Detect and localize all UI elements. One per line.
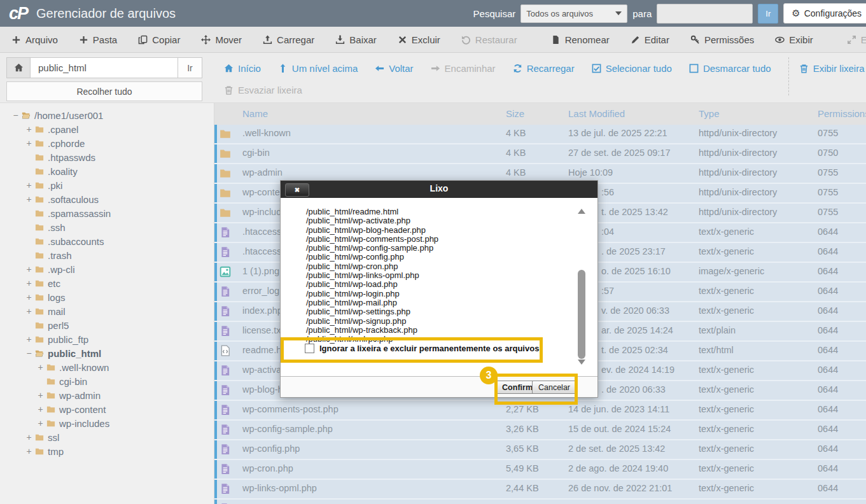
nav-link-recarregar[interactable]: Recarregar: [513, 63, 575, 74]
nav-link-desmarcar-tudo[interactable]: Desmarcar tudo: [689, 63, 771, 74]
expand-icon[interactable]: +: [36, 390, 45, 400]
tree-item-public-ftp[interactable]: +public_ftp: [0, 332, 214, 346]
expand-icon[interactable]: +: [36, 404, 45, 414]
tree-item-softaculous[interactable]: +.softaculous: [0, 192, 214, 206]
close-icon[interactable]: ✖: [285, 183, 309, 197]
tree-item-koality[interactable]: .koality: [0, 164, 214, 178]
folder-icon: [34, 223, 45, 232]
expand-icon[interactable]: +: [25, 446, 33, 456]
toolbar-item-exibir[interactable]: Exibir: [775, 34, 813, 45]
tree-item-mail[interactable]: +mail: [0, 304, 214, 318]
nav-link-voltar[interactable]: Voltar: [375, 63, 413, 74]
tree-item-ssl[interactable]: +ssl: [0, 430, 214, 444]
tree-item-logs[interactable]: +logs: [0, 290, 214, 304]
expand-icon[interactable]: +: [36, 362, 45, 372]
tree-item-spamassassin[interactable]: .spamassassin: [0, 206, 214, 220]
column-name[interactable]: Name: [242, 108, 268, 119]
nav-link-inicio[interactable]: Início: [224, 63, 261, 74]
tree-item-home1user001[interactable]: −/home1/user001: [0, 108, 214, 122]
cell-permissions: 0644: [818, 463, 838, 473]
nav-link-um-nivel-acima[interactable]: Um nível acima: [278, 63, 358, 74]
tree-item-wp-content[interactable]: +wp-content: [0, 402, 214, 416]
toolbar-item-baixar[interactable]: Baixar: [335, 34, 377, 45]
nav-link-exibir-lixeira[interactable]: Exibir lixeira: [799, 63, 865, 74]
table-row-well-known[interactable]: .well-known4 KB13 de jul. de 2025 22:21h…: [214, 125, 866, 144]
toolbar-item-arquivo[interactable]: Arquivo: [11, 34, 58, 45]
expand-icon[interactable]: +: [25, 264, 33, 274]
toolbar-item-permissoes[interactable]: Permissões: [690, 34, 754, 45]
tree-item-htpasswds[interactable]: .htpasswds: [0, 150, 214, 164]
table-row-cgi-bin[interactable]: cgi-bin4 KB27 de set. de 2025 09:17httpd…: [214, 144, 866, 164]
directory-tree: −/home1/user001+.cpanel+.cphorde.htpassw…: [0, 108, 214, 458]
toolbar-item-pasta[interactable]: Pasta: [79, 34, 117, 45]
file-text-icon: [220, 444, 231, 455]
cancel-button[interactable]: Cancelar: [532, 381, 576, 394]
search-input[interactable]: [657, 4, 753, 24]
row-selected-bar: [214, 144, 217, 163]
tree-item-etc[interactable]: +etc: [0, 276, 214, 290]
cell-last-modified: . de 2025 23:17: [601, 246, 666, 256]
path-input[interactable]: [31, 57, 178, 78]
modal-scrollbar[interactable]: [576, 209, 587, 365]
copy-icon: [138, 35, 148, 45]
expand-icon[interactable]: +: [25, 334, 33, 344]
tree-item-well-known[interactable]: +.well-known: [0, 360, 214, 374]
skip-trash-checkbox[interactable]: [305, 344, 314, 353]
scroll-down-icon[interactable]: [578, 360, 585, 365]
path-home-button[interactable]: [6, 57, 31, 78]
table-row-wp-config-samplephp[interactable]: wp-config-sample.php3,26 KB15 de out. de…: [214, 421, 866, 440]
search-scope-select[interactable]: Todos os arquivos: [520, 4, 627, 23]
column-last-modified[interactable]: Last Modified: [568, 108, 625, 119]
column-permissions[interactable]: Permissions: [818, 108, 866, 119]
collapse-all-button[interactable]: Recolher tudo: [6, 81, 202, 101]
tree-item-cgi-bin[interactable]: cgi-bin: [0, 374, 214, 388]
tree-item-ssh[interactable]: .ssh: [0, 220, 214, 234]
cell-type: httpd/unix-directory: [699, 207, 777, 217]
table-row[interactable]: [214, 500, 866, 504]
expand-icon[interactable]: +: [25, 194, 33, 204]
tree-item-perl5[interactable]: perl5: [0, 318, 214, 332]
folder-icon: [46, 377, 56, 386]
tree-item-trash[interactable]: .trash: [0, 248, 214, 262]
toolbar-item-excluir[interactable]: Excluir: [398, 34, 440, 45]
trash-file-path: /public_html/wp-activate.php: [306, 216, 438, 225]
tree-item-public-html[interactable]: −public_html: [0, 346, 214, 360]
tree-item-pki[interactable]: +.pki: [0, 178, 214, 192]
cell-type: text/x-generic: [699, 444, 754, 454]
toolbar-item-renomear[interactable]: Renomear: [551, 34, 610, 45]
nav-link-selecionar-tudo[interactable]: Selecionar tudo: [592, 63, 672, 74]
settings-button[interactable]: ⚙ Configurações: [783, 3, 866, 24]
file-text-icon: [220, 365, 231, 376]
expand-icon[interactable]: +: [25, 432, 33, 442]
tree-item-subaccounts[interactable]: .subaccounts: [0, 234, 214, 248]
table-row-wp-cronphp[interactable]: wp-cron.php5,49 KB2 de ago. de 2024 19:4…: [214, 460, 866, 480]
table-row-wp-comments-postphp[interactable]: wp-comments-post.php2,27 KB14 de jun. de…: [214, 401, 866, 421]
collapse-icon[interactable]: −: [11, 110, 20, 120]
path-go-button[interactable]: Ir: [178, 57, 202, 78]
expand-icon[interactable]: +: [25, 138, 33, 148]
column-size[interactable]: Size: [506, 108, 524, 119]
scrollbar-thumb[interactable]: [578, 270, 585, 359]
toolbar-item-carregar[interactable]: Carregar: [263, 34, 314, 45]
expand-icon[interactable]: +: [25, 124, 33, 134]
table-row-wp-links-opmlphp[interactable]: wp-links-opml.php2,44 KB26 de nov. de 20…: [214, 480, 866, 500]
expand-icon[interactable]: +: [25, 306, 33, 316]
collapse-icon[interactable]: −: [25, 348, 33, 358]
toolbar-item-editar[interactable]: Editar: [631, 34, 669, 45]
expand-icon[interactable]: +: [25, 292, 33, 302]
expand-icon[interactable]: +: [25, 278, 33, 288]
column-type[interactable]: Type: [699, 108, 720, 119]
search-go-button[interactable]: Ir: [758, 4, 778, 24]
tree-item-tmp[interactable]: +tmp: [0, 444, 214, 458]
toolbar-item-copiar[interactable]: Copiar: [138, 34, 180, 45]
tree-item-cpanel[interactable]: +.cpanel: [0, 122, 214, 136]
tree-item-wp-includes[interactable]: +wp-includes: [0, 416, 214, 430]
expand-icon[interactable]: +: [36, 418, 45, 428]
expand-icon[interactable]: +: [25, 180, 33, 190]
tree-item-wp-cli[interactable]: +.wp-cli: [0, 262, 214, 276]
tree-item-cphorde[interactable]: +.cphorde: [0, 136, 214, 150]
scroll-up-icon[interactable]: [578, 209, 585, 214]
toolbar-item-mover[interactable]: Mover: [201, 34, 242, 45]
table-row-wp-configphp[interactable]: wp-config.php3,65 KB2 de set. de 2025 13…: [214, 440, 866, 460]
tree-item-wp-admin[interactable]: +wp-admin: [0, 388, 214, 402]
